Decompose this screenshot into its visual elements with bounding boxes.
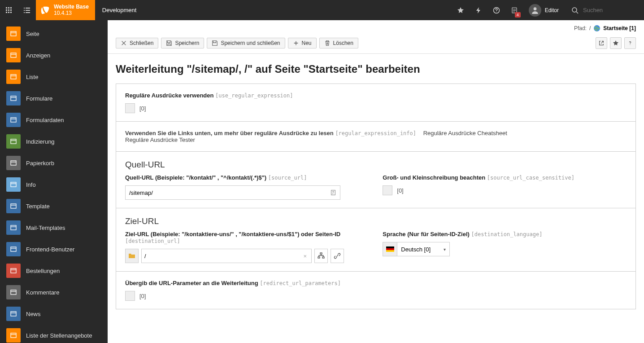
sidebar-item-12[interactable]: Kommentare [3, 282, 105, 302]
params-checkbox[interactable] [125, 291, 135, 301]
svg-rect-32 [11, 225, 16, 230]
sidebar-item-5[interactable]: Indizierung [3, 132, 105, 151]
module-icon [6, 48, 21, 62]
sidebar-item-3[interactable]: Formulare [3, 88, 105, 108]
path-page[interactable]: Startseite [1] [603, 25, 636, 31]
bookmark-button[interactable] [452, 0, 470, 20]
svg-point-21 [533, 7, 536, 10]
svg-rect-12 [26, 10, 30, 11]
sidebar-item-label: Kommentare [26, 289, 59, 296]
svg-point-16 [496, 11, 496, 12]
close-button[interactable]: Schließen [116, 38, 158, 48]
sidebar-item-6[interactable]: Papierkorb [3, 153, 105, 173]
svg-rect-9 [24, 8, 25, 9]
module-icon [6, 199, 21, 213]
svg-rect-25 [11, 75, 16, 79]
user-menu[interactable]: Editor [523, 0, 564, 20]
help-icon [627, 40, 633, 46]
sidebar-item-4[interactable]: Formulardaten [3, 110, 105, 130]
help-button[interactable] [487, 0, 505, 20]
language-select[interactable]: Deutsch [0] ▾ [383, 242, 450, 256]
brand-version: 10.4.13 [54, 10, 89, 16]
cache-button[interactable] [470, 0, 487, 20]
notifications-button[interactable]: 4 [505, 0, 523, 20]
svg-rect-1 [8, 7, 9, 9]
folder-prefix-icon [125, 249, 139, 263]
flag-icon [383, 242, 397, 256]
module-icon [6, 264, 21, 278]
svg-rect-31 [11, 204, 16, 208]
module-icon [6, 177, 21, 192]
svg-point-22 [572, 8, 577, 12]
save-close-button[interactable]: Speichern und schließen [207, 38, 285, 48]
help-small-button[interactable] [624, 37, 636, 49]
sidebar-item-label: Seite [26, 31, 39, 37]
brand-block[interactable]: Website Base 10.4.13 [36, 0, 95, 20]
info-link-cheatsheet[interactable]: Reguläre Ausdrücke Cheatsheet [423, 130, 507, 136]
params-value: [0] [139, 293, 146, 299]
sidebar-item-13[interactable]: News [3, 304, 105, 324]
source-url-input[interactable] [129, 189, 330, 196]
star-icon [457, 7, 464, 14]
sidebar-item-1[interactable]: Anzeigen [3, 45, 105, 65]
svg-rect-10 [26, 8, 30, 9]
section-params: Übergib die URL-Parameter an die Weiterl… [116, 272, 635, 309]
open-link-button[interactable] [596, 37, 607, 49]
lang-label: Sprache (Nur für Seiten-ID-Ziel) [383, 231, 470, 237]
section-source: Quell-URL Quell-URL (Beispiele: "/kontak… [116, 152, 635, 208]
link-wizard-button[interactable] [314, 249, 328, 263]
trash-icon [324, 40, 331, 46]
sidebar-item-7[interactable]: Info [3, 175, 105, 194]
module-icon [6, 220, 21, 235]
save-icon [166, 40, 172, 46]
svg-rect-35 [11, 290, 16, 295]
sidebar-item-label: Bestellungen [26, 268, 60, 274]
info-link-tester[interactable]: Reguläre Ausdrücke Tester [125, 136, 195, 143]
grid-icon [5, 7, 13, 14]
chevron-down-icon: ▾ [440, 247, 449, 252]
svg-rect-11 [24, 10, 25, 11]
search-box[interactable] [564, 0, 644, 20]
delete-button[interactable]: Löschen [319, 38, 358, 48]
svg-rect-27 [11, 118, 16, 122]
list-menu-button[interactable] [18, 0, 36, 20]
clear-icon[interactable]: × [301, 253, 309, 259]
regex-checkbox[interactable] [125, 103, 135, 113]
svg-rect-2 [10, 7, 12, 9]
search-input[interactable] [583, 7, 637, 13]
sidebar-item-8[interactable]: Template [3, 196, 105, 216]
save-button[interactable]: Speichern [161, 38, 204, 48]
case-value: [0] [397, 187, 403, 194]
sidebar-item-9[interactable]: Mail-Templates [3, 218, 105, 237]
svg-rect-44 [320, 253, 322, 254]
sidebar-item-label: Formulardaten [26, 117, 64, 123]
svg-rect-45 [318, 257, 320, 258]
sidebar-item-label: Info [26, 181, 36, 188]
path-prefix: Pfad: [574, 25, 587, 31]
sidebar-item-11[interactable]: Bestellungen [3, 261, 105, 281]
svg-rect-6 [6, 12, 7, 13]
star-icon [613, 40, 619, 46]
dest-url-input[interactable] [144, 253, 301, 259]
case-checkbox[interactable] [383, 185, 392, 195]
sidebar-item-label: Papierkorb [26, 160, 54, 167]
svg-rect-33 [11, 247, 16, 251]
sidebar-item-0[interactable]: Seite [3, 24, 105, 44]
sidebar-item-2[interactable]: Liste [3, 67, 105, 87]
info-label: Verwenden Sie die Links unten, um mehr ü… [125, 130, 334, 136]
history-icon[interactable] [330, 189, 336, 196]
page-title: Weiterleitung "/sitemap/, /" auf Seite "… [108, 54, 644, 80]
sidebar-item-14[interactable]: Liste der Stellenangebote [3, 325, 105, 343]
svg-rect-19 [513, 10, 516, 11]
link-button[interactable] [331, 249, 344, 263]
module-icon [6, 242, 21, 256]
sidebar-item-label: Liste der Stellenangebote [26, 332, 92, 339]
sidebar-item-10[interactable]: Frontend-Benutzer [3, 239, 105, 259]
bookmark-toggle-button[interactable] [610, 37, 622, 49]
new-button[interactable]: Neu [288, 38, 317, 48]
grid-menu-button[interactable] [0, 0, 18, 20]
source-url-input-wrapper [125, 185, 340, 200]
dest-label: Ziel-URL (Beispiele: "/kontaktiere-uns/"… [125, 231, 340, 237]
plus-icon [293, 40, 299, 46]
module-icon [6, 156, 21, 170]
